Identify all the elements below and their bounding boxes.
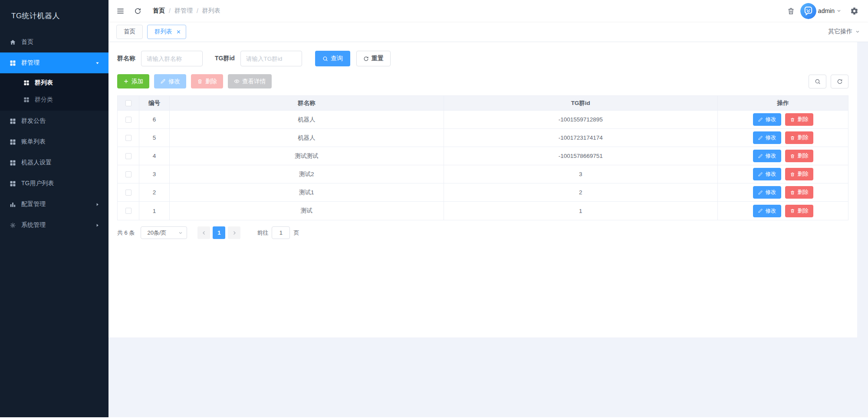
sidebar-item-broadcast[interactable]: 群发公告 bbox=[0, 111, 108, 131]
row-id: 2 bbox=[139, 183, 170, 202]
page-size-select[interactable]: 20条/页 bbox=[141, 226, 187, 239]
sidebar-item-bot-settings[interactable]: 机器人设置 bbox=[0, 152, 108, 173]
table-row: 4 测试测试 -1001578669751 修改 删除 bbox=[118, 147, 848, 165]
page-unit-label: 页 bbox=[293, 229, 299, 237]
reset-button[interactable]: 重置 bbox=[356, 51, 391, 66]
grid-icon bbox=[10, 180, 16, 187]
edit-icon bbox=[758, 172, 763, 177]
row-edit-button[interactable]: 修改 bbox=[753, 168, 781, 180]
tg-group-id-input[interactable] bbox=[240, 51, 302, 66]
row-edit-button[interactable]: 修改 bbox=[753, 150, 781, 162]
row-delete-button[interactable]: 删除 bbox=[785, 168, 813, 180]
tab-home[interactable]: 首页 bbox=[116, 25, 143, 39]
sidebar-item-system-management[interactable]: 系统管理 bbox=[0, 215, 108, 236]
navbar-right: admin bbox=[787, 3, 858, 19]
table-header-row: 编号 群名称 TG群id 操作 bbox=[118, 96, 848, 111]
prev-page-button[interactable] bbox=[197, 226, 210, 239]
chevron-down-icon bbox=[95, 61, 100, 65]
sidebar-menu: 首页 群管理 群列表 bbox=[0, 32, 108, 236]
row-edit-button[interactable]: 修改 bbox=[753, 131, 781, 144]
tab-label: 首页 bbox=[124, 28, 135, 36]
sidebar-item-tg-user-list[interactable]: TG用户列表 bbox=[0, 173, 108, 194]
tab-group-list[interactable]: 群列表 bbox=[147, 25, 186, 39]
row-delete-button[interactable]: 删除 bbox=[785, 205, 813, 217]
row-name: 测试1 bbox=[170, 183, 444, 202]
table-row: 6 机器人 -1001559712895 修改 删除 bbox=[118, 111, 848, 129]
row-tgid: 3 bbox=[444, 165, 718, 183]
sidebar-item-group-list[interactable]: 群列表 bbox=[0, 74, 108, 91]
view-detail-button-disabled[interactable]: 查看详情 bbox=[228, 74, 272, 88]
row-checkbox[interactable] bbox=[125, 135, 132, 141]
user-menu[interactable]: admin bbox=[800, 3, 842, 19]
sidebar-item-group-management[interactable]: 群管理 bbox=[0, 52, 108, 73]
table-toolbar: 添加 修改 删除 bbox=[117, 74, 848, 88]
row-checkbox[interactable] bbox=[125, 153, 132, 159]
breadcrumb-group-management[interactable]: 群管理 bbox=[174, 7, 193, 15]
edit-icon bbox=[758, 190, 763, 195]
edit-button-disabled[interactable]: 修改 bbox=[154, 74, 186, 88]
edit-icon bbox=[758, 208, 763, 213]
sidebar-item-label: 配置管理 bbox=[21, 200, 46, 208]
tab-label: 群列表 bbox=[155, 28, 172, 36]
column-header-name: 群名称 bbox=[170, 96, 444, 111]
hamburger-icon[interactable] bbox=[116, 7, 125, 15]
goto-page-input[interactable] bbox=[272, 226, 290, 239]
row-edit-button[interactable]: 修改 bbox=[753, 113, 781, 126]
row-edit-button[interactable]: 修改 bbox=[753, 186, 781, 199]
row-delete-button[interactable]: 删除 bbox=[785, 113, 813, 126]
top-navbar: 首页 / 群管理 / 群列表 bbox=[108, 0, 868, 22]
group-name-label: 群名称 bbox=[117, 55, 135, 62]
sidebar-item-config-management[interactable]: 配置管理 bbox=[0, 194, 108, 215]
grid-icon bbox=[10, 160, 16, 166]
row-delete-button[interactable]: 删除 bbox=[785, 131, 813, 144]
breadcrumb-home[interactable]: 首页 bbox=[153, 7, 165, 15]
query-button[interactable]: 查询 bbox=[315, 51, 350, 66]
column-header-actions: 操作 bbox=[718, 96, 848, 111]
row-checkbox[interactable] bbox=[125, 190, 132, 196]
row-checkbox[interactable] bbox=[125, 171, 132, 177]
sidebar-item-group-category[interactable]: 群分类 bbox=[0, 91, 108, 108]
delete-button-disabled[interactable]: 删除 bbox=[191, 74, 223, 88]
sidebar-item-label: 系统管理 bbox=[21, 221, 46, 229]
select-all-checkbox[interactable] bbox=[125, 100, 132, 106]
next-page-button[interactable] bbox=[228, 226, 240, 239]
trash-icon[interactable] bbox=[787, 7, 795, 15]
grid-icon bbox=[10, 118, 16, 124]
app-logo: TG统计机器人 bbox=[0, 0, 108, 32]
sidebar-item-label: 账单列表 bbox=[21, 138, 46, 146]
goto-label: 前往 bbox=[257, 229, 268, 237]
row-checkbox[interactable] bbox=[125, 208, 132, 214]
app-root: TG统计机器人 首页 群管理 bbox=[0, 0, 868, 419]
group-name-input[interactable] bbox=[141, 51, 203, 66]
username-label: admin bbox=[818, 7, 835, 14]
refresh-table-button[interactable] bbox=[831, 75, 848, 88]
show-search-button[interactable] bbox=[809, 75, 826, 88]
row-checkbox[interactable] bbox=[125, 117, 132, 123]
row-delete-button[interactable]: 删除 bbox=[785, 186, 813, 199]
page-number-current[interactable]: 1 bbox=[213, 226, 225, 239]
edit-icon bbox=[758, 154, 763, 159]
grid-icon bbox=[10, 60, 16, 66]
other-actions-label: 其它操作 bbox=[828, 28, 852, 36]
row-delete-button[interactable]: 删除 bbox=[785, 150, 813, 162]
add-button[interactable]: 添加 bbox=[117, 74, 149, 88]
sidebar: TG统计机器人 首页 群管理 bbox=[0, 0, 108, 419]
row-name: 机器人 bbox=[170, 129, 444, 147]
close-icon[interactable] bbox=[176, 29, 181, 34]
grid-icon bbox=[23, 97, 30, 103]
row-edit-button[interactable]: 修改 bbox=[753, 205, 781, 217]
breadcrumb-separator: / bbox=[197, 7, 198, 14]
search-icon bbox=[322, 56, 328, 62]
row-id: 3 bbox=[139, 165, 170, 183]
grid-icon bbox=[23, 80, 30, 86]
sidebar-item-home[interactable]: 首页 bbox=[0, 32, 108, 52]
other-actions-dropdown[interactable]: 其它操作 bbox=[828, 28, 860, 36]
chevron-down-icon bbox=[836, 8, 842, 13]
gear-icon[interactable] bbox=[850, 7, 858, 15]
refresh-icon bbox=[363, 56, 369, 62]
row-id: 1 bbox=[139, 202, 170, 220]
sidebar-submenu-group-management: 群列表 群分类 bbox=[0, 73, 108, 111]
refresh-icon[interactable] bbox=[134, 7, 141, 15]
sidebar-item-bill-list[interactable]: 账单列表 bbox=[0, 131, 108, 152]
bar-chart-icon bbox=[10, 201, 16, 208]
